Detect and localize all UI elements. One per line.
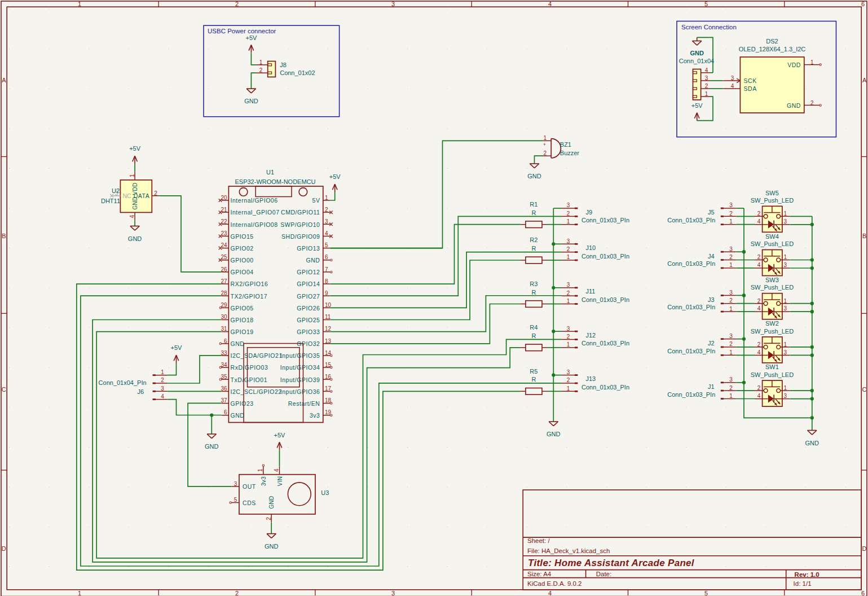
svg-text:GPIO18: GPIO18 (231, 317, 254, 323)
svg-text:1: 1 (784, 385, 787, 391)
svg-text:4: 4 (161, 393, 164, 400)
svg-text:35: 35 (221, 374, 227, 380)
svg-text:Rev: 1.0: Rev: 1.0 (795, 571, 819, 578)
svg-text:ESP32-WROOM-NODEMCU: ESP32-WROOM-NODEMCU (235, 178, 315, 185)
svg-text:Id: 1/1: Id: 1/1 (794, 580, 812, 587)
svg-text:20: 20 (221, 195, 227, 201)
svg-text:GND: GND (527, 173, 541, 179)
svg-text:U2: U2 (112, 187, 120, 194)
svg-text:J3: J3 (708, 296, 715, 303)
svg-text:1: 1 (129, 174, 135, 177)
svg-text:I2C_SDA/GPIO21: I2C_SDA/GPIO21 (231, 352, 283, 359)
svg-text:2: 2 (705, 83, 708, 89)
svg-text:Internal/GPIO08: Internal/GPIO08 (231, 221, 278, 228)
svg-text:4: 4 (731, 83, 734, 89)
svg-text:4: 4 (548, 590, 552, 596)
svg-text:7: 7 (325, 266, 328, 273)
svg-text:1: 1 (810, 59, 814, 65)
svg-text:R: R (531, 332, 536, 339)
svg-text:GPIO26: GPIO26 (297, 305, 320, 312)
svg-text:3: 3 (567, 202, 570, 208)
svg-text:1: 1 (257, 468, 263, 472)
svg-text:4: 4 (129, 214, 135, 218)
svg-text:5: 5 (234, 497, 237, 503)
svg-text:Date:: Date: (596, 571, 612, 577)
svg-text:GPIO02: GPIO02 (231, 245, 254, 252)
svg-text:2: 2 (810, 100, 814, 106)
svg-text:3: 3 (325, 218, 328, 225)
svg-text:+5V: +5V (329, 173, 341, 180)
svg-text:3: 3 (567, 238, 570, 244)
svg-text:9: 9 (325, 290, 328, 296)
svg-text:3: 3 (729, 290, 733, 296)
svg-text:RxD/GPIO03: RxD/GPIO03 (231, 364, 268, 371)
svg-text:2: 2 (325, 207, 328, 213)
svg-text:J2: J2 (708, 340, 715, 347)
svg-text:5: 5 (325, 242, 328, 248)
svg-text:33: 33 (221, 350, 227, 356)
svg-text:4: 4 (757, 218, 761, 225)
svg-text:1: 1 (729, 262, 733, 268)
svg-text:25: 25 (221, 254, 227, 260)
svg-text:Conn_01x02: Conn_01x02 (280, 69, 315, 76)
svg-text:37: 37 (221, 397, 227, 404)
svg-text:3: 3 (784, 393, 787, 399)
svg-text:CMD/GPIO11: CMD/GPIO11 (281, 209, 320, 216)
svg-text:27: 27 (221, 278, 227, 284)
svg-text:4: 4 (548, 1, 552, 7)
svg-text:GND: GND (547, 431, 561, 437)
svg-text:TX2/GPIO17: TX2/GPIO17 (231, 293, 268, 300)
svg-text:1: 1 (784, 341, 787, 348)
svg-text:RX2/GPIO16: RX2/GPIO16 (231, 281, 268, 287)
svg-text:U1: U1 (266, 169, 274, 176)
svg-text:GND: GND (265, 543, 279, 550)
svg-text:2: 2 (266, 517, 272, 520)
svg-text:23: 23 (221, 230, 227, 236)
svg-text:U3: U3 (321, 489, 329, 496)
svg-text:D: D (2, 545, 6, 552)
svg-text:GPIO15: GPIO15 (231, 233, 254, 240)
svg-text:2: 2 (235, 590, 239, 596)
svg-text:Input/GPIO36: Input/GPIO36 (280, 388, 320, 395)
svg-text:5V: 5V (312, 197, 320, 204)
svg-text:Size: A4: Size: A4 (527, 571, 552, 577)
svg-text:31: 31 (221, 326, 227, 332)
svg-text:4: 4 (757, 262, 761, 268)
svg-text:2: 2 (757, 385, 761, 391)
svg-text:J13: J13 (586, 375, 596, 382)
svg-text:Screen Connection: Screen Connection (681, 24, 737, 30)
svg-text:2: 2 (757, 298, 761, 304)
svg-text:GPIO25: GPIO25 (297, 317, 320, 323)
svg-text:24: 24 (221, 242, 227, 248)
svg-text:13: 13 (325, 338, 332, 344)
svg-text:6: 6 (861, 590, 865, 596)
svg-text:Input/GPIO35: Input/GPIO35 (280, 352, 320, 359)
svg-text:C: C (862, 386, 867, 393)
svg-text:R: R (531, 245, 536, 252)
svg-text:3: 3 (784, 262, 787, 268)
svg-text:Conn_01x03_PIn: Conn_01x03_PIn (581, 296, 629, 303)
svg-text:GND: GND (268, 496, 275, 509)
svg-text:Conn_01x03_PIn: Conn_01x03_PIn (581, 340, 629, 347)
svg-text:SW_Push_LED: SW_Push_LED (751, 328, 794, 335)
svg-text:3: 3 (391, 590, 395, 596)
svg-text:J5: J5 (708, 209, 715, 216)
svg-text:30: 30 (221, 314, 227, 320)
svg-text:R3: R3 (530, 281, 537, 287)
svg-text:2: 2 (729, 341, 733, 347)
svg-text:J6: J6 (137, 388, 144, 395)
svg-text:Conn_01x03_PIn: Conn_01x03_PIn (667, 217, 715, 224)
svg-text:R1: R1 (530, 201, 537, 208)
svg-text:GND: GND (244, 98, 258, 104)
svg-text:J4: J4 (708, 253, 715, 260)
svg-text:2: 2 (567, 290, 570, 296)
svg-text:6: 6 (861, 1, 865, 7)
svg-text:34: 34 (221, 362, 227, 368)
svg-text:2: 2 (729, 254, 733, 260)
svg-text:1: 1 (729, 393, 733, 399)
svg-text:10: 10 (325, 302, 332, 308)
svg-text:1: 1 (325, 195, 328, 201)
svg-text:GPIO27: GPIO27 (297, 293, 320, 300)
svg-text:SW3: SW3 (765, 277, 779, 283)
svg-text:2: 2 (259, 67, 263, 73)
